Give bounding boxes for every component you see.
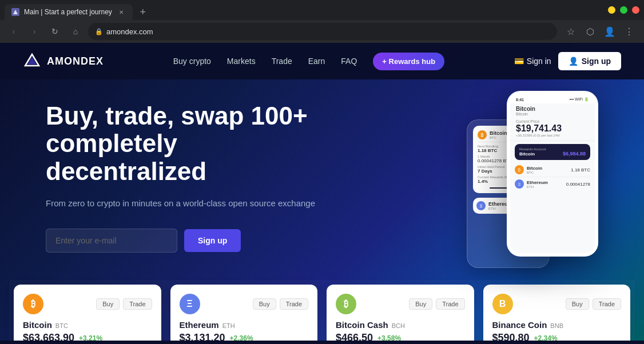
address-bar[interactable]: 🔒 amondex.com <box>88 23 557 40</box>
btc-ticker: BTC <box>55 322 68 329</box>
browser-tab-active[interactable]: Main | Start a perfect journey ✕ <box>5 4 133 20</box>
rewards-hub-button[interactable]: + Rewards hub <box>373 53 444 70</box>
bnb-name: Binance Coin <box>492 320 547 330</box>
nav-faq[interactable]: FAQ <box>341 57 357 66</box>
bookmark-button[interactable]: ☆ <box>562 22 580 41</box>
phone-btc-price: $19,741.43 <box>516 123 589 134</box>
btc-icon: ₿ <box>23 294 43 314</box>
browser-chrome: Main | Start a perfect journey ✕ + ‹ › ↻… <box>0 0 644 43</box>
nav-buy-crypto[interactable]: Buy crypto <box>173 57 211 66</box>
back-button[interactable]: ‹ <box>6 23 22 39</box>
nav-links: Buy crypto Markets Trade Earn FAQ + Rewa… <box>173 53 444 70</box>
website-content: AMONDEX Buy crypto Markets Trade Earn FA… <box>0 43 644 341</box>
tab-close-button[interactable]: ✕ <box>117 7 126 17</box>
tab-title: Main | Start a perfect journey <box>24 8 112 16</box>
bch-name: Bitcoin Cash <box>336 320 388 330</box>
card-header-bch: ₿ Buy Trade <box>336 294 465 314</box>
btc-name: Bitcoin <box>23 320 52 330</box>
nav-trade[interactable]: Trade <box>272 57 292 66</box>
card-header-btc: ₿ Buy Trade <box>23 294 152 314</box>
forward-button[interactable]: › <box>26 23 42 39</box>
site-logo[interactable]: AMONDEX <box>23 52 104 70</box>
svg-marker-0 <box>13 10 18 14</box>
nav-earn[interactable]: Earn <box>308 57 325 66</box>
eth-name: Ethereum <box>180 320 219 330</box>
bch-trade-button[interactable]: Trade <box>436 298 464 310</box>
url-text: amondex.com <box>106 27 550 36</box>
profile-button[interactable]: 👤 <box>601 22 619 41</box>
nav-actions: 💳 Sign in 👤 Sign up <box>514 52 621 70</box>
bch-price: $466.50 <box>336 332 373 341</box>
logo-text: AMONDEX <box>47 55 104 67</box>
menu-button[interactable]: ⋮ <box>620 22 638 41</box>
btc-price: $63,663.90 <box>23 332 74 341</box>
signin-button[interactable]: 💳 Sign in <box>514 57 551 66</box>
hero-section: Buy, trade, swap 100+ completely decentr… <box>0 79 644 275</box>
card-header-eth: Ξ Buy Trade <box>180 294 309 314</box>
btc-change: +3.21% <box>79 334 102 341</box>
browser-toolbar: ‹ › ↻ ⌂ 🔒 amondex.com ☆ ⬡ 👤 ⋮ <box>0 20 644 43</box>
btc-trade-button[interactable]: Trade <box>123 298 152 310</box>
hero-subtitle: From zero to crypto in minutes on a worl… <box>46 197 343 210</box>
ssl-lock-icon: 🔒 <box>95 28 103 35</box>
bnb-ticker: BNB <box>550 322 563 329</box>
site-navbar: AMONDEX Buy crypto Markets Trade Earn FA… <box>0 43 644 79</box>
new-tab-button[interactable]: + <box>135 4 151 20</box>
crypto-card-bch: ₿ Buy Trade Bitcoin Cash BCH $466.50 +3.… <box>327 285 474 341</box>
bnb-change: +2.34% <box>534 334 558 341</box>
home-button[interactable]: ⌂ <box>67 23 84 39</box>
eth-price: $3,131.20 <box>180 332 225 341</box>
bch-icon: ₿ <box>336 294 356 314</box>
wallet-icon: 💳 <box>514 57 524 66</box>
reload-button[interactable]: ↻ <box>47 23 63 39</box>
eth-ticker: ETH <box>222 322 235 329</box>
hero-content: Buy, trade, swap 100+ completely decentr… <box>46 102 343 253</box>
hero-signup-button[interactable]: Sign up <box>184 229 241 252</box>
window-maximize-button[interactable] <box>620 6 627 14</box>
crypto-card-btc: ₿ Buy Trade Bitcoin BTC $63,663.90 +3.21… <box>14 285 161 341</box>
crypto-card-eth: Ξ Buy Trade Ethereum ETH $3,131.20 +2.36… <box>170 285 318 341</box>
phone-mockup: ₿ Bitcoin BTC Next Bonding 1.18 BTC 1 Mo… <box>461 91 598 308</box>
phone-rewards-amount: $6,984.88 <box>563 151 586 157</box>
window-minimize-button[interactable] <box>608 6 615 14</box>
bch-buy-button[interactable]: Buy <box>409 298 432 310</box>
hero-title: Buy, trade, swap 100+ completely decentr… <box>46 102 343 185</box>
user-icon: 👤 <box>569 57 578 66</box>
hero-form: Sign up <box>46 229 343 253</box>
bch-change: +3.58% <box>377 334 401 341</box>
window-close-button[interactable] <box>632 6 639 14</box>
btc-buy-button[interactable]: Buy <box>96 298 120 310</box>
eth-trade-button[interactable]: Trade <box>280 298 308 310</box>
bnb-price: $590.80 <box>492 332 530 341</box>
email-input[interactable] <box>46 229 177 253</box>
nav-markets[interactable]: Markets <box>227 57 256 66</box>
phone-front-mockup: 8:41 ▪▪▪ WiFi 🔋 Bitcoin Bitcoin Current … <box>507 91 598 257</box>
eth-change: +2.36% <box>230 334 253 341</box>
extensions-button[interactable]: ⬡ <box>581 22 599 41</box>
tab-favicon <box>11 8 19 16</box>
bch-ticker: BCH <box>392 322 405 329</box>
eth-buy-button[interactable]: Buy <box>253 298 276 310</box>
signup-button[interactable]: 👤 Sign up <box>558 52 621 70</box>
eth-icon: Ξ <box>180 294 200 314</box>
phone-rewards-sub: Bitcoin <box>519 151 535 157</box>
